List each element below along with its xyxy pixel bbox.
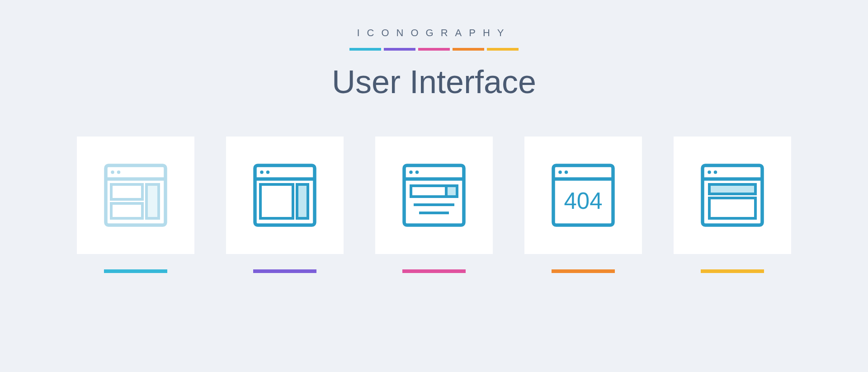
svg-point-3 [117,170,121,174]
svg-rect-31 [709,198,755,218]
svg-rect-4 [111,184,142,199]
svg-point-2 [111,170,114,174]
underbar [253,269,316,273]
layout-main-sidebar-icon [226,137,344,254]
search-page-icon [375,137,493,254]
svg-rect-6 [146,184,159,218]
svg-point-28 [708,170,711,174]
layout-content-sidebar-icon [77,137,194,254]
svg-point-10 [266,170,270,174]
icon-tile [77,137,194,273]
color-strip [349,48,519,51]
svg-point-25 [565,170,568,174]
svg-rect-12 [297,184,308,218]
underbar [552,269,615,273]
svg-rect-11 [260,184,293,218]
error-404-icon: 404 [524,137,642,254]
layout-header-body-icon [674,137,791,254]
page-title: User Interface [332,63,536,100]
strip-pink [418,48,450,51]
underbar [104,269,167,273]
underbar [402,269,466,273]
svg-point-9 [260,170,264,174]
svg-point-15 [409,170,413,174]
strip-yellow [487,48,519,51]
svg-point-16 [415,170,419,174]
strip-orange [453,48,484,51]
strip-purple [384,48,415,51]
icon-tile [375,137,493,273]
icon-tile: 404 [524,137,642,273]
icon-row: 404 [77,137,791,273]
icon-tile [674,137,791,273]
underbar [701,269,764,273]
svg-rect-5 [111,203,142,218]
strip-cyan [349,48,381,51]
overline-label: ICONOGRAPHY [357,27,511,39]
svg-rect-18 [446,187,456,195]
svg-point-24 [558,170,562,174]
svg-point-29 [714,170,717,174]
error-code-text: 404 [564,188,602,214]
svg-rect-30 [709,184,755,194]
icon-tile [226,137,344,273]
